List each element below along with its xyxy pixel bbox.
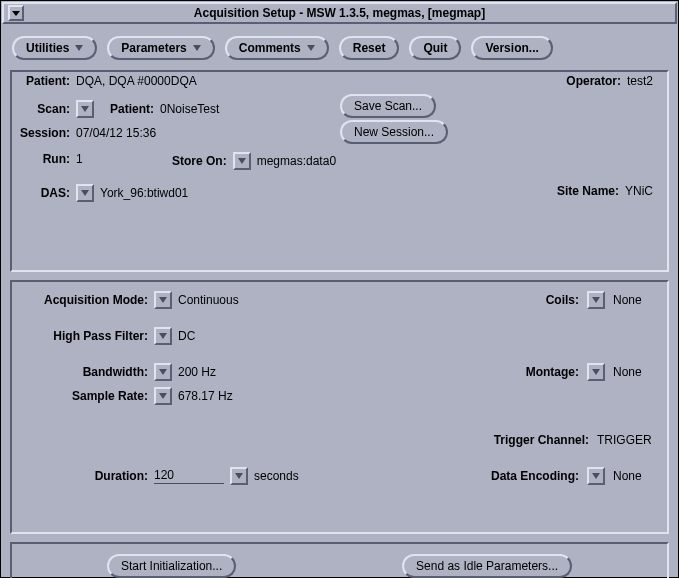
duration-units-value: seconds [254, 469, 299, 483]
save-scan-button[interactable]: Save Scan... [340, 94, 436, 118]
version-label: Version... [485, 41, 538, 55]
new-session-button[interactable]: New Session... [340, 120, 448, 144]
chevron-down-icon [75, 45, 83, 51]
acqmode-dropdown[interactable] [154, 291, 172, 309]
start-initialization-button[interactable]: Start Initialization... [107, 554, 236, 578]
sitename-label: Site Name: [557, 184, 619, 198]
chevron-down-icon [592, 369, 600, 375]
patient-panel: Patient: DQA, DQA #0000DQA Operator: tes… [10, 70, 669, 272]
duration-label: Duration: [12, 469, 148, 483]
parameters-menu[interactable]: Parameters [107, 36, 214, 60]
chevron-down-icon [159, 297, 167, 303]
bandwidth-value: 200 Hz [178, 365, 216, 379]
chevron-down-icon [307, 45, 315, 51]
svg-marker-0 [12, 11, 20, 16]
svg-marker-11 [592, 369, 600, 375]
parameters-label: Parameters [121, 41, 186, 55]
reset-button[interactable]: Reset [339, 36, 400, 60]
patient-label: Patient: [12, 74, 70, 88]
montage-value: None [613, 365, 657, 379]
acqmode-value: Continuous [178, 293, 239, 307]
chevron-down-icon [159, 393, 167, 399]
patient-value: DQA, DQA #0000DQA [76, 74, 197, 88]
hpf-label: High Pass Filter: [12, 329, 148, 343]
trigger-value: TRIGGER [597, 433, 657, 447]
hpf-dropdown[interactable] [154, 327, 172, 345]
menubar: Utilities Parameters Comments Reset Quit… [12, 36, 669, 60]
chevron-down-icon [81, 190, 89, 196]
montage-label: Montage: [526, 365, 579, 379]
chevron-down-icon [592, 297, 600, 303]
window-title: Acquisition Setup - MSW 1.3.5, megmas, [… [30, 6, 649, 20]
version-button[interactable]: Version... [471, 36, 552, 60]
montage-dropdown[interactable] [587, 363, 605, 381]
operator-value: test2 [627, 74, 653, 88]
session-label: Session: [12, 126, 70, 140]
bandwidth-dropdown[interactable] [154, 363, 172, 381]
send-idle-params-label: Send as Idle Parameters... [416, 559, 558, 573]
send-idle-params-button[interactable]: Send as Idle Parameters... [402, 554, 572, 578]
svg-marker-9 [159, 333, 167, 339]
das-dropdown[interactable] [76, 184, 94, 202]
svg-marker-14 [592, 473, 600, 479]
quit-label: Quit [423, 41, 447, 55]
coils-value: None [613, 293, 657, 307]
scan-dropdown[interactable] [76, 100, 94, 118]
utilities-menu[interactable]: Utilities [12, 36, 97, 60]
start-initialization-label: Start Initialization... [121, 559, 222, 573]
session-value: 07/04/12 15:36 [76, 126, 156, 140]
encoding-dropdown[interactable] [587, 467, 605, 485]
comments-label: Comments [239, 41, 301, 55]
bandwidth-label: Bandwidth: [12, 365, 148, 379]
scan-label: Scan: [12, 102, 70, 116]
new-session-label: New Session... [354, 125, 434, 139]
svg-marker-5 [238, 158, 246, 164]
svg-marker-12 [159, 393, 167, 399]
svg-marker-3 [307, 45, 315, 51]
svg-marker-4 [81, 106, 89, 112]
action-bar: Start Initialization... Send as Idle Par… [10, 542, 669, 578]
storeon-label: Store On: [172, 154, 227, 168]
coils-label: Coils: [546, 293, 579, 307]
chevron-down-icon [193, 45, 201, 51]
operator-label: Operator: [566, 74, 621, 88]
trigger-label: Trigger Channel: [494, 433, 589, 447]
scan-patient-value: 0NoiseTest [160, 102, 219, 116]
svg-marker-6 [81, 190, 89, 196]
svg-marker-10 [159, 369, 167, 375]
storeon-value: megmas:data0 [257, 154, 336, 168]
chevron-down-icon [81, 106, 89, 112]
svg-marker-7 [159, 297, 167, 303]
coils-dropdown[interactable] [587, 291, 605, 309]
chevron-down-icon [235, 473, 243, 479]
encoding-value: None [613, 469, 657, 483]
run-label: Run: [12, 152, 70, 166]
svg-marker-8 [592, 297, 600, 303]
das-value: York_96:btiwd01 [100, 186, 188, 200]
svg-marker-1 [75, 45, 83, 51]
chevron-down-icon [159, 369, 167, 375]
samplerate-dropdown[interactable] [154, 387, 172, 405]
window-menu-button[interactable] [8, 5, 24, 21]
scan-patient-label: Patient: [110, 102, 154, 116]
encoding-label: Data Encoding: [491, 469, 579, 483]
chevron-down-icon [159, 333, 167, 339]
sitename-value: YNiC [625, 184, 653, 198]
acqmode-label: Acquisition Mode: [12, 293, 148, 307]
duration-input[interactable] [154, 468, 224, 482]
svg-marker-2 [193, 45, 201, 51]
das-label: DAS: [12, 186, 70, 200]
quit-button[interactable]: Quit [409, 36, 461, 60]
duration-units-dropdown[interactable] [230, 467, 248, 485]
chevron-down-icon [238, 158, 246, 164]
save-scan-label: Save Scan... [354, 99, 422, 113]
storeon-dropdown[interactable] [233, 152, 251, 170]
samplerate-label: Sample Rate: [12, 389, 148, 403]
comments-menu[interactable]: Comments [225, 36, 329, 60]
acq-params-panel: Acquisition Mode: Continuous Coils: None… [10, 280, 669, 534]
utilities-label: Utilities [26, 41, 69, 55]
run-value: 1 [76, 152, 83, 166]
svg-marker-13 [235, 473, 243, 479]
chevron-down-icon [592, 473, 600, 479]
hpf-value: DC [178, 329, 195, 343]
